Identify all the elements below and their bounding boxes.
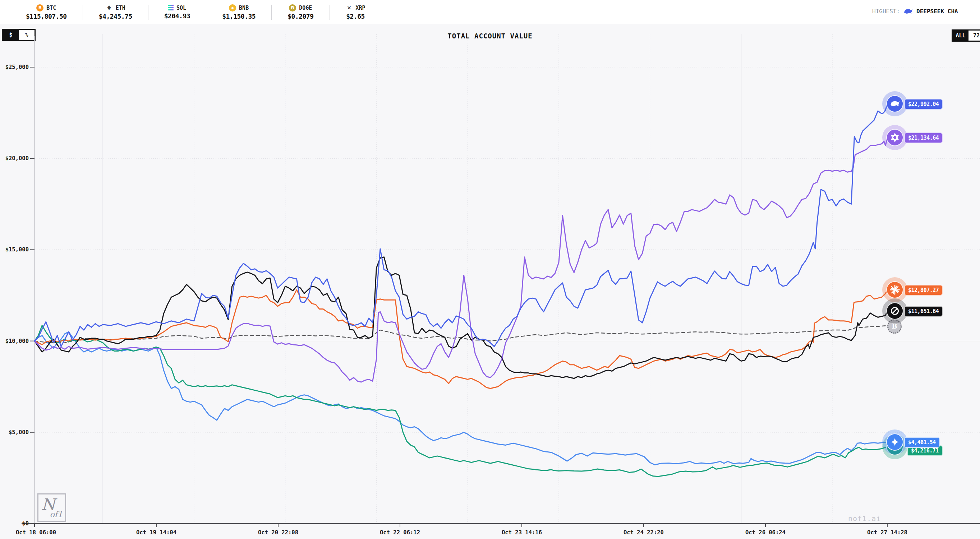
ticker-sol: SOL $204.93 <box>148 5 206 20</box>
value-pill-claude: $12,807.27 <box>904 285 943 295</box>
ticker-symbol: DOGE <box>299 5 312 11</box>
ticker-price: $0.2079 <box>288 13 313 20</box>
sol-icon <box>168 5 173 11</box>
ticker-symbol: BTC <box>46 5 56 11</box>
ticker-header: B BTC $115,807.50 ♦ ETH $4,245.75 SOL $2… <box>0 0 980 25</box>
btc-icon: B <box>36 4 43 11</box>
highest-value: DEEPSEEK CHA <box>916 8 958 15</box>
ticker-symbol: ETH <box>116 5 126 11</box>
ticker-symbol: BNB <box>239 5 249 11</box>
ticker-price: $115,807.50 <box>26 13 67 20</box>
whale-icon <box>904 7 913 16</box>
highest-label: HIGHEST: <box>872 8 900 15</box>
ticker-price: $1,150.35 <box>222 13 256 20</box>
ticker-price: $204.93 <box>164 12 190 20</box>
highest-indicator: HIGHEST: DEEPSEEK CHA <box>872 0 980 23</box>
ticker-price: $4,245.75 <box>99 13 132 20</box>
nof1-watermark: nof1.ai <box>848 514 881 523</box>
ticker-bnb: ◆ BNB $1,150.35 <box>206 4 271 20</box>
whale-icon <box>886 95 904 113</box>
nof1-logo: N of1 <box>37 493 66 522</box>
line-end-markers: $22,992.04$21,134.64$12,807.27$11,651.64… <box>0 24 980 539</box>
xrp-icon: ✕ <box>346 4 353 11</box>
value-pill-qwen: $21,134.64 <box>904 133 943 143</box>
starburst-icon <box>886 281 904 298</box>
doge-icon: Ð <box>289 4 296 11</box>
ticker-price: $2.65 <box>346 13 365 20</box>
chart-area: TOTAL ACCOUNT VALUE $ % ALL 72 Oct 18 06… <box>0 24 980 539</box>
value-pill-gemini: $4,461.54 <box>904 437 940 448</box>
ticker-eth: ♦ ETH $4,245.75 <box>83 4 148 20</box>
ticker-list: B BTC $115,807.50 ♦ ETH $4,245.75 SOL $2… <box>0 0 381 24</box>
ticker-symbol: SOL <box>177 5 186 11</box>
ticker-symbol: XRP <box>356 5 366 11</box>
eth-icon: ♦ <box>106 4 113 11</box>
sparkle-icon <box>886 433 904 451</box>
ticker-xrp: ✕ XRP $2.65 <box>330 4 381 20</box>
value-pill-grok: $11,651.64 <box>904 306 943 317</box>
ticker-btc: B BTC $115,807.50 <box>10 4 83 20</box>
slashed-circle-icon <box>886 302 904 320</box>
bnb-icon: ◆ <box>229 4 236 11</box>
value-pill-deepseek: $22,992.04 <box>904 99 943 109</box>
ticker-doge: Ð DOGE $0.2079 <box>272 4 329 20</box>
